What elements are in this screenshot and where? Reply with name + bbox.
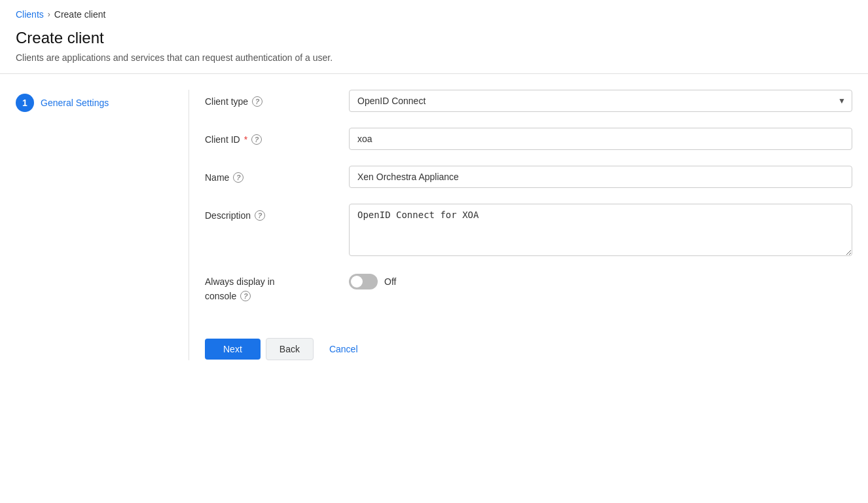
client-id-row: Client ID * ? [205, 128, 852, 150]
always-display-label-group: Always display in console ? [205, 274, 349, 301]
breadcrumb-clients-link[interactable]: Clients [16, 9, 44, 20]
step-badge-1: 1 [16, 94, 34, 112]
always-display-control: Off [349, 274, 852, 289]
name-control [349, 166, 852, 188]
name-label: Name [205, 172, 229, 183]
always-display-label2: console [205, 291, 236, 301]
name-help-icon[interactable]: ? [233, 172, 244, 183]
always-display-toggle-label: Off [384, 276, 396, 287]
sidebar-divider [189, 90, 189, 360]
description-label-group: Description ? [205, 204, 349, 221]
client-type-row: Client type ? OpenID Connect SAML ▼ [205, 90, 852, 112]
name-row: Name ? [205, 166, 852, 188]
client-id-label: Client ID [205, 134, 240, 145]
always-display-row: Always display in console ? Off [205, 274, 852, 301]
always-display-label-line1: Always display in [205, 276, 275, 287]
client-id-input[interactable] [349, 128, 852, 150]
sidebar: 1 General Settings [16, 90, 173, 360]
description-control: OpenID Connect for XOA [349, 204, 852, 258]
description-input[interactable]: OpenID Connect for XOA [349, 204, 852, 256]
client-type-select-wrapper: OpenID Connect SAML ▼ [349, 90, 852, 112]
client-type-help-icon[interactable]: ? [252, 96, 262, 107]
page-header: Create client Clients are applications a… [0, 29, 868, 73]
breadcrumb-separator: › [48, 10, 50, 19]
always-display-label: Always display in [205, 276, 275, 287]
client-id-required-marker: * [244, 134, 247, 145]
breadcrumb: Clients › Create client [0, 0, 868, 29]
always-display-label-line2: console ? [205, 291, 251, 301]
description-label: Description [205, 210, 251, 221]
step-label-general-settings: General Settings [41, 98, 109, 108]
page-subtitle: Clients are applications and services th… [16, 52, 852, 63]
form-area: Client type ? OpenID Connect SAML ▼ Clie… [205, 90, 852, 360]
page-title: Create client [16, 29, 852, 47]
always-display-toggle[interactable] [349, 274, 378, 289]
client-id-help-icon[interactable]: ? [251, 134, 262, 145]
toggle-slider [349, 274, 378, 289]
cancel-button[interactable]: Cancel [319, 339, 369, 360]
description-row: Description ? OpenID Connect for XOA [205, 204, 852, 258]
content-area: 1 General Settings Client type ? OpenID … [0, 74, 868, 376]
client-id-label-group: Client ID * ? [205, 128, 349, 145]
always-display-toggle-row: Off [349, 274, 852, 289]
next-button[interactable]: Next [205, 339, 261, 360]
client-type-control: OpenID Connect SAML ▼ [349, 90, 852, 112]
name-input[interactable] [349, 166, 852, 188]
breadcrumb-current: Create client [54, 9, 106, 20]
step-item-general-settings: 1 General Settings [16, 90, 157, 116]
back-button[interactable]: Back [266, 338, 314, 360]
client-type-label-group: Client type ? [205, 90, 349, 107]
form-actions: Next Back Cancel [205, 327, 852, 360]
client-type-label: Client type [205, 96, 248, 107]
name-label-group: Name ? [205, 166, 349, 183]
client-id-control [349, 128, 852, 150]
client-type-select[interactable]: OpenID Connect SAML [349, 90, 852, 112]
description-help-icon[interactable]: ? [255, 210, 265, 221]
always-display-help-icon[interactable]: ? [240, 291, 251, 301]
